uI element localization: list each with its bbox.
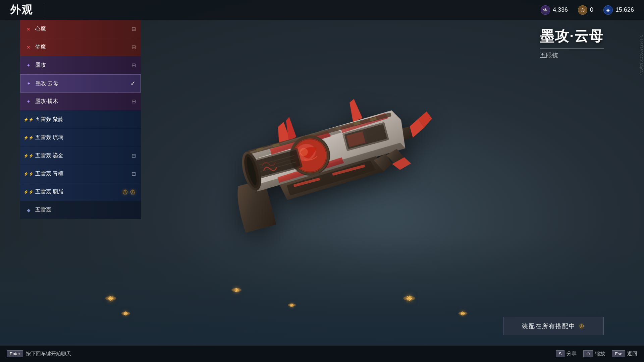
mogong-yunmu-check: ✓ [130,80,136,87]
xinmo-label: 心魔 [35,25,131,33]
currency-blue: ◈ 15,626 [603,5,634,15]
gun-model [192,63,419,238]
qingtan-icon: ⚡⚡ [25,171,32,177]
skin-item-xinmo[interactable]: ✕ 心魔 ⊟ [20,20,141,38]
skin-item-mogong-qiaomu[interactable]: ✦ 墨攻·橘木 ⊟ [20,93,141,111]
skin-item-wuleihong-ziteng[interactable]: ⚡⚡ 五雷轰·紫藤 [20,111,141,129]
weapon-info: 墨攻·云母 五眼铳 [540,27,604,59]
luojin-icon: ⚡⚡ [25,153,32,159]
mogong-icon: ✦ [25,62,32,69]
mengmo-label: 梦魔 [35,44,131,51]
skin-item-wuleihong[interactable]: ◆ 五雷轰 [20,201,141,219]
luojin-badge: ⊟ [131,153,136,159]
bottom-bar: Enter 按下回车键开始聊天 S 分享 ⊕ 缩放 Esc 返回 [0,345,644,362]
xinmo-badge: ⊟ [131,26,136,32]
mogong-qiaomu-icon: ✦ [25,98,32,105]
mengmo-badge: ⊟ [131,44,136,50]
qingtan-label: 五雷轰·青檀 [35,170,131,177]
back-action[interactable]: Esc 返回 [612,350,637,357]
skin-item-wuleihong-liuli[interactable]: ⚡⚡ 五雷轰·琉璃 [20,129,141,147]
mogong-yunmu-label: 墨攻·云母 [36,80,130,87]
mengmo-icon: ✕ [25,44,32,51]
enter-key: Enter [7,350,23,357]
enter-hint-text: 按下回车键开始聊天 [26,351,71,357]
header: 外观 👁 4,336 ⬡ 0 ◈ 15,626 [0,0,644,20]
blue-icon: ◈ [603,5,613,15]
skin-item-mogong-yunmu[interactable]: ✦ 墨攻·云母 ✓ [20,74,141,93]
weapon-name: 墨攻·云母 [540,27,604,46]
skin-item-mengmo[interactable]: ✕ 梦魔 ⊟ [20,38,141,56]
coin-value: 0 [590,6,593,13]
skin-item-mogong[interactable]: ✦ 墨攻 ⊟ [20,56,141,74]
crown-2: ♔ [130,188,136,196]
ziteng-icon: ⚡⚡ [25,116,32,123]
skin-list: ✕ 心魔 ⊟ ✕ 梦魔 ⊟ ✦ 墨攻 ⊟ ✦ 墨攻·云母 ✓ ✦ 墨攻·橘木 ⊟… [20,20,141,342]
skin-item-wuleihong-yanzhi[interactable]: ⚡⚡ 五雷轰·胭脂 ♔ ♔ [20,183,141,201]
coin-icon: ⬡ [578,5,587,15]
luojin-label: 五雷轰·鎏金 [35,152,131,159]
currency-eye: 👁 4,336 [541,5,568,15]
mogong-yunmu-icon: ✦ [25,80,32,87]
enter-hint: Enter 按下回车键开始聊天 [7,350,71,357]
back-label: 返回 [627,351,637,357]
header-divider [43,3,43,17]
liuli-label: 五雷轰·琉璃 [35,134,136,141]
page-title: 外观 [0,3,43,17]
svg-marker-15 [347,98,363,122]
wuleihong-label: 五雷轰 [35,206,136,214]
currency-area: 👁 4,336 ⬡ 0 ◈ 15,626 [541,5,644,15]
qingtan-badge: ⊟ [131,171,136,177]
currency-coin: ⬡ 0 [578,5,593,15]
yanzhi-icon: ⚡⚡ [25,189,32,195]
skin-item-wuleihong-qingtan[interactable]: ⚡⚡ 五雷轰·青檀 ⊟ [20,165,141,183]
skin-item-wuleihong-luojin[interactable]: ⚡⚡ 五雷轰·鎏金 ⊟ [20,147,141,165]
share-action[interactable]: S 分享 [556,350,577,357]
ziteng-label: 五雷轰·紫藤 [35,116,136,123]
weapon-type: 五眼铳 [540,51,604,59]
equip-all-button[interactable]: 装配在所有搭配中 ♔ [503,317,604,335]
blue-value: 15,626 [615,6,634,13]
esc-key: Esc [612,350,625,357]
zoom-action[interactable]: ⊕ 缩放 [583,350,605,357]
crown-1: ♔ [122,188,128,196]
eye-icon: 👁 [541,5,550,15]
share-key: S [556,350,565,357]
yanzhi-label: 五雷轰·胭脂 [35,188,122,195]
bottom-actions: S 分享 ⊕ 缩放 Esc 返回 [556,350,637,357]
wuleihong-icon: ◆ [25,207,32,214]
equip-crown: ♔ [579,322,585,330]
yanzhi-crowns: ♔ ♔ [122,188,136,196]
share-label: 分享 [567,351,577,357]
watermark: ID:14637500270163(CN) [639,34,644,362]
liuli-icon: ⚡⚡ [25,134,32,141]
xinmo-icon: ✕ [25,26,32,33]
zoom-label: 缩放 [595,351,605,357]
equip-all-label: 装配在所有搭配中 [522,322,576,330]
mogong-qiaomu-label: 墨攻·橘木 [35,98,131,105]
mogong-qiaomu-badge: ⊟ [131,98,136,105]
mogong-badge: ⊟ [131,62,136,68]
eye-value: 4,336 [553,6,568,13]
zoom-icon-badge: ⊕ [583,350,593,357]
mogong-label: 墨攻 [35,62,131,69]
weapon-name-divider [540,48,604,49]
